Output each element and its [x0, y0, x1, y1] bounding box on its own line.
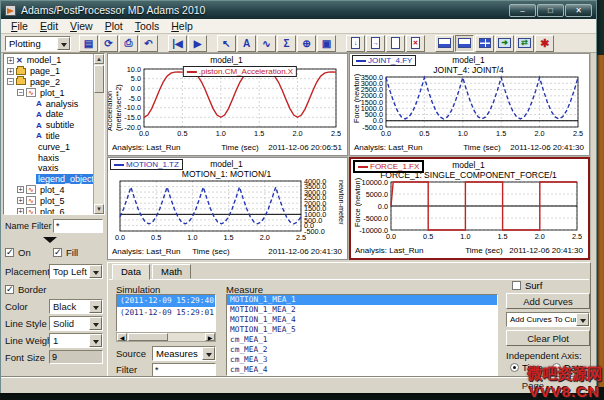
rewind-button[interactable]: |◀	[168, 35, 187, 52]
border-checkbox[interactable]: Border	[5, 284, 47, 295]
import-page-button[interactable]: ↓	[346, 35, 365, 52]
chevron-down-icon[interactable]	[57, 37, 70, 50]
add-curves-to-current-select[interactable]: Add Curves To Current P	[506, 312, 590, 327]
measure-item[interactable]: MOTION_1_MEA_2	[227, 305, 497, 315]
simulation-list-hscrollbar[interactable]: ◀ ▶	[116, 332, 216, 342]
expander-icon[interactable]: −	[7, 78, 14, 85]
pointer-tool-button[interactable]: ↖	[217, 35, 236, 52]
font-size-input[interactable]	[49, 350, 103, 364]
layout-grid-2x2-button[interactable]	[475, 35, 494, 52]
delete-page-button[interactable]: ✕	[406, 35, 425, 52]
plot-legend[interactable]: JOINT_4.FY	[352, 55, 416, 66]
scroll-thumb[interactable]	[94, 65, 104, 93]
curve-edit-tool-button[interactable]: ∿	[257, 35, 276, 52]
scroll-right-icon[interactable]: ▶	[205, 333, 215, 341]
undo-button[interactable]: ↶	[139, 35, 158, 52]
maximize-button[interactable]: □	[537, 4, 564, 17]
expander-icon[interactable]: +	[7, 68, 14, 75]
menu-tools[interactable]: Tools	[129, 20, 166, 32]
on-checkbox[interactable]: On	[5, 247, 31, 258]
plot-window-force-1-fx[interactable]: 0.00.51.01.52.02.510000.05000.00.0-5000.…	[349, 157, 590, 260]
tab-data[interactable]: Data	[112, 264, 150, 280]
line-weight-select[interactable]: 1	[49, 333, 103, 348]
tree-item-analysis[interactable]: Aanalysis	[5, 98, 93, 109]
expander-icon[interactable]: +	[7, 57, 14, 64]
add-curves-button[interactable]: Add Curves	[506, 293, 590, 309]
measure-item[interactable]: MOTION_1_MEA_5	[227, 325, 497, 335]
tree-item-title[interactable]: Atitle	[5, 131, 93, 142]
independent-axis-time-radio[interactable]: Time	[510, 362, 543, 373]
source-select[interactable]: Measures	[152, 346, 216, 361]
zoom-tool-button[interactable]: ⊕	[297, 35, 316, 52]
simulation-item[interactable]: (2011-12-09 15:29:01)	[117, 307, 215, 319]
chevron-down-icon[interactable]	[202, 347, 215, 360]
measure-item[interactable]: cm_MEA_2	[227, 345, 497, 355]
measure-item[interactable]: cm_MEA_1	[227, 335, 497, 345]
surf-checkbox[interactable]: Surf	[512, 280, 542, 291]
zoom-area-tool-button[interactable]: ▣	[317, 35, 336, 52]
panel-splitter-handle[interactable]	[43, 237, 57, 243]
layout-header-view-button[interactable]	[455, 35, 474, 52]
tree-item-date[interactable]: Adate	[5, 109, 93, 120]
mode-select[interactable]: Plotting	[5, 36, 71, 51]
plot-window--piston-cm-acceleration-x[interactable]: 0.00.51.01.52.02.510.05.00.0-5.0-10.0-15…	[107, 53, 348, 156]
expander-icon[interactable]: +	[17, 186, 24, 193]
measure-item[interactable]: cm_MEA_4	[227, 365, 497, 375]
chevron-down-icon[interactable]	[89, 265, 102, 278]
expander-icon[interactable]: −	[17, 89, 24, 96]
close-button[interactable]: ✕	[565, 4, 592, 17]
line-style-select[interactable]: Solid	[49, 316, 103, 331]
independent-axis-data-radio[interactable]: Data	[552, 362, 584, 373]
open-button[interactable]: ▤	[79, 35, 98, 52]
chevron-down-icon[interactable]	[89, 334, 102, 347]
load-plot-button[interactable]: ➜	[495, 35, 514, 52]
menu-edit[interactable]: Edit	[34, 20, 64, 32]
menu-plot[interactable]: Plot	[99, 20, 129, 32]
chevron-down-icon[interactable]	[89, 300, 102, 313]
tree-item-vaxis[interactable]: vaxis	[5, 163, 93, 174]
clear-plot-button[interactable]: Clear Plot	[506, 330, 590, 346]
tree-item-page_2[interactable]: −page_2	[5, 77, 93, 88]
tree-item-plot_1[interactable]: −∿plot_1	[5, 87, 93, 98]
menu-view[interactable]: View	[64, 20, 99, 32]
tree-item-plot_4[interactable]: +∿plot_4	[5, 185, 93, 196]
measure-item[interactable]: MOTION_1_MEA_1	[227, 295, 497, 305]
print-button[interactable]: ⎙	[119, 35, 138, 52]
plot-legend[interactable]: FORCE_1.FX	[353, 160, 424, 173]
tree-item-plot_6[interactable]: +∿plot_6	[5, 206, 93, 215]
play-button[interactable]: ▶	[188, 35, 207, 52]
tree-item-legend_object[interactable]: legend_object	[5, 174, 93, 185]
measure-item[interactable]: MOTION_1_MEA_4	[227, 315, 497, 325]
simulation-item[interactable]: (2011-12-09 15:29:40)	[117, 295, 215, 307]
measure-item[interactable]: cm_MEA_3	[227, 355, 497, 365]
new-page-button[interactable]	[386, 35, 405, 52]
menu-help[interactable]: Help	[165, 20, 199, 32]
menu-file[interactable]: File	[5, 20, 34, 32]
placement-select[interactable]: Top Left	[49, 264, 103, 279]
name-filter-input[interactable]	[53, 219, 103, 233]
expander-icon[interactable]: +	[17, 208, 24, 215]
scroll-thumb[interactable]	[128, 333, 168, 341]
plot-window-motion-1-tz[interactable]: 0.00.51.01.52.02.54000.03500.03000.02500…	[107, 157, 348, 260]
reload-button[interactable]: ⟳	[99, 35, 118, 52]
plot-window-joint-4-fy[interactable]: 0.00.51.01.52.02.53500.03000.02500.02000…	[349, 53, 590, 156]
transfer-plot-button[interactable]: ⇄	[515, 35, 534, 52]
tree-item-curve_1[interactable]: curve_1	[5, 141, 93, 152]
tab-math[interactable]: Math	[152, 264, 191, 279]
next-page-button[interactable]: →	[366, 35, 385, 52]
tree-item-haxis[interactable]: haxis	[5, 152, 93, 163]
plot-legend[interactable]: MOTION_1.TZ	[110, 159, 183, 170]
filter-input[interactable]	[152, 363, 216, 377]
layout-single-view-button[interactable]	[435, 35, 454, 52]
color-select[interactable]: Black	[49, 299, 103, 314]
scroll-up-icon[interactable]: ▲	[94, 54, 104, 64]
tree-item-page_1[interactable]: +page_1	[5, 66, 93, 77]
scroll-left-icon[interactable]: ◀	[117, 333, 127, 341]
plot-legend[interactable]: .piston.CM_Acceleration.X	[183, 66, 297, 77]
tree-item-model_1[interactable]: +✕model_1	[5, 55, 93, 66]
tree-item-plot_5[interactable]: +∿plot_5	[5, 195, 93, 206]
fill-checkbox[interactable]: Fill	[53, 247, 78, 258]
titlebar[interactable]: Adams/PostProcessor MD Adams 2010 –□✕	[1, 1, 596, 19]
scroll-down-icon[interactable]: ▼	[94, 204, 104, 214]
minimize-button[interactable]: –	[509, 4, 536, 17]
